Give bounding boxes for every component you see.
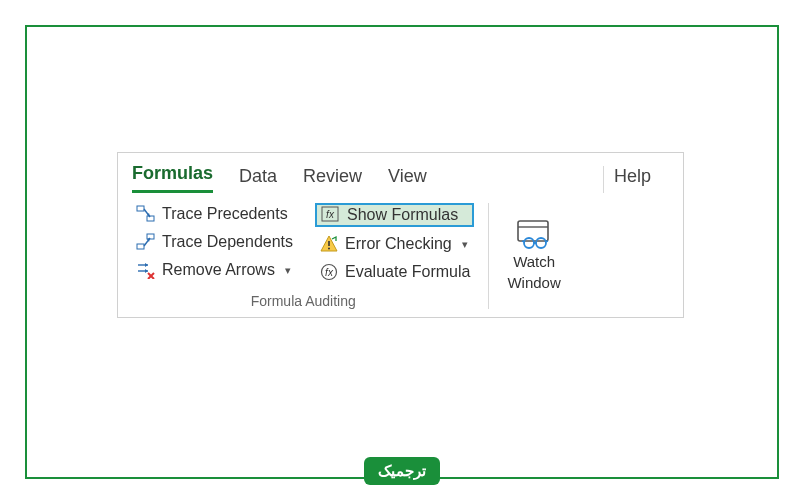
svg-point-23 [524,238,534,248]
trace-dependents-label: Trace Dependents [162,233,293,251]
svg-rect-4 [137,244,144,249]
group-label: Formula Auditing [132,293,474,309]
remove-arrows-button[interactable]: Remove Arrows ▾ [132,259,297,281]
trace-dependents-icon [136,233,156,251]
svg-rect-0 [137,206,144,211]
svg-rect-1 [147,216,154,221]
tab-help[interactable]: Help [603,166,669,193]
watch-window-button[interactable]: Watch Window [503,203,564,309]
watch-window-icon [515,219,553,251]
svg-marker-9 [145,263,148,267]
tab-view[interactable]: View [388,166,427,193]
brand-badge: ترجمیک [364,457,440,485]
svg-text:fx: fx [326,209,335,220]
remove-arrows-label: Remove Arrows [162,261,275,279]
watch-window-label-1: Watch [513,253,555,272]
chevron-down-icon[interactable]: ▾ [285,264,291,277]
ribbon-tabs: Formulas Data Review View Help [118,153,683,193]
show-formulas-icon: fx [321,206,341,224]
chevron-down-icon[interactable]: ▾ [462,238,468,251]
tab-formulas[interactable]: Formulas [132,163,213,193]
tab-review[interactable]: Review [303,166,362,193]
ribbon-panel: Formulas Data Review View Help [117,152,684,318]
group-separator [488,203,489,309]
outer-frame: Formulas Data Review View Help [25,25,779,479]
error-checking-button[interactable]: Error Checking ▾ [315,233,474,255]
watch-window-label-2: Window [507,274,560,293]
svg-point-18 [328,248,330,250]
evaluate-formula-icon: fx [319,263,339,281]
trace-precedents-button[interactable]: Trace Precedents [132,203,297,225]
svg-rect-5 [147,234,154,239]
trace-precedents-label: Trace Precedents [162,205,288,223]
svg-point-24 [536,238,546,248]
svg-line-27 [545,241,548,242]
evaluate-formula-button[interactable]: fx Evaluate Formula [315,261,474,283]
ribbon-body: Trace Precedents Tra [118,193,683,311]
trace-precedents-icon [136,205,156,223]
evaluate-formula-label: Evaluate Formula [345,263,470,281]
show-formulas-label: Show Formulas [347,206,458,224]
error-checking-icon [319,235,339,253]
remove-arrows-icon [136,261,156,279]
group-formula-auditing: Trace Precedents Tra [132,203,474,309]
tab-data[interactable]: Data [239,166,277,193]
svg-text:fx: fx [325,267,334,278]
svg-line-26 [522,241,525,242]
trace-dependents-button[interactable]: Trace Dependents [132,231,297,253]
error-checking-label: Error Checking [345,235,452,253]
show-formulas-button[interactable]: fx Show Formulas [315,203,474,227]
svg-marker-11 [145,269,148,273]
